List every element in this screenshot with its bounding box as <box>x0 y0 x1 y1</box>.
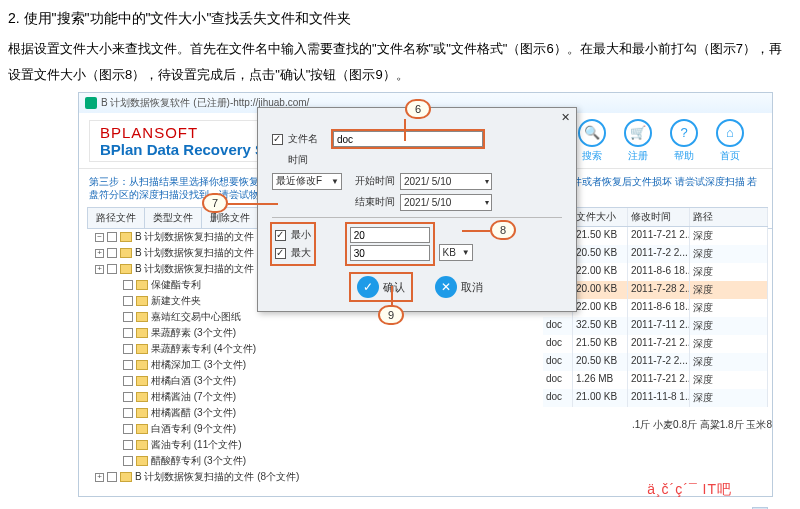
max-label: 最大 <box>291 246 311 260</box>
filename-checkbox[interactable] <box>272 134 283 145</box>
tree-checkbox[interactable] <box>123 456 133 466</box>
table-row[interactable]: doc20.50 KB2011-7-2 2...深度 <box>543 353 768 371</box>
tree-checkbox[interactable] <box>123 440 133 450</box>
chevron-down-icon: ▾ <box>485 198 489 207</box>
end-time-input[interactable]: 2021/ 5/10▾ <box>400 194 492 211</box>
tree-item[interactable]: 柑橘酱油 (7个文件) <box>87 389 337 405</box>
tree-checkbox[interactable] <box>123 296 133 306</box>
callout-8-line <box>462 230 490 232</box>
col-mtime[interactable]: 修改时间 <box>628 208 690 226</box>
register-button[interactable]: 🛒注册 <box>624 119 652 163</box>
tree-label: B 计划数据恢复扫描的文件 <box>135 246 254 260</box>
callout-7-line <box>228 203 278 205</box>
tree-label: 果蔬醇素 (3个文件) <box>151 326 236 340</box>
tree-label: 柑橘酱醋 (3个文件) <box>151 406 236 420</box>
help-button[interactable]: ?帮助 <box>670 119 698 163</box>
expand-icon[interactable]: − <box>95 233 104 242</box>
folder-icon <box>136 296 148 306</box>
min-label: 最小 <box>291 228 311 242</box>
tree-checkbox[interactable] <box>123 344 133 354</box>
table-row[interactable]: doc21.00 KB2011-11-8 1...深度 <box>543 389 768 407</box>
tree-item[interactable]: +B 计划数据恢复扫描的文件 (8个文件) <box>87 469 337 485</box>
tree-label: B 计划数据恢复扫描的文件 (8个文件) <box>135 470 299 484</box>
home-button[interactable]: ⌂首页 <box>716 119 744 163</box>
tree-checkbox[interactable] <box>107 232 117 242</box>
tree-item[interactable]: 柑橘白酒 (3个文件) <box>87 373 337 389</box>
doc-heading: 2. 使用"搜索"功能中的"文件大小"查找丢失文件和文件夹 <box>0 0 800 36</box>
table-row[interactable]: doc21.50 KB2011-7-21 2...深度 <box>543 335 768 353</box>
tree-label: 嘉靖红交易中心图纸 <box>151 310 241 324</box>
chevron-down-icon: ▼ <box>462 248 470 257</box>
callout-6-line <box>404 119 406 141</box>
tab-path[interactable]: 路径文件 <box>87 207 145 228</box>
modify-select[interactable]: 最近修改F▼ <box>272 173 342 190</box>
tree-label: 酱油专利 (11个文件) <box>151 438 242 452</box>
col-size[interactable]: 文件大小 <box>573 208 628 226</box>
min-input[interactable] <box>350 227 430 243</box>
folder-icon <box>136 360 148 370</box>
folder-icon <box>136 280 148 290</box>
table-row[interactable]: doc1.26 MB2011-7-21 2...深度 <box>543 371 768 389</box>
tab-type[interactable]: 类型文件 <box>144 207 202 228</box>
tree-checkbox[interactable] <box>123 312 133 322</box>
tree-label: B 计划数据恢复扫描的文件 <box>135 262 254 276</box>
tree-label: 新建文件夹 <box>151 294 201 308</box>
tree-label: 柑橘深加工 (3个文件) <box>151 358 246 372</box>
tree-checkbox[interactable] <box>123 408 133 418</box>
folder-icon <box>120 472 132 482</box>
header-icons: 🔍搜索 🛒注册 ?帮助 ⌂首页 <box>578 119 744 163</box>
home-icon: ⌂ <box>716 119 744 147</box>
callout-9: 9 <box>378 305 404 325</box>
tree-checkbox[interactable] <box>123 376 133 386</box>
start-time-input[interactable]: 2021/ 5/10▾ <box>400 173 492 190</box>
tree-checkbox[interactable] <box>123 360 133 370</box>
max-checkbox[interactable] <box>275 248 286 259</box>
table-row[interactable]: doc32.50 KB2011-7-11 2...深度 <box>543 317 768 335</box>
tree-checkbox[interactable] <box>123 328 133 338</box>
app-icon <box>85 97 97 109</box>
expand-icon[interactable]: + <box>95 265 104 274</box>
tree-item[interactable]: 柑橘酱醋 (3个文件) <box>87 405 337 421</box>
callout-8: 8 <box>490 220 516 240</box>
search-button[interactable]: 🔍搜索 <box>578 119 606 163</box>
tree-label: B 计划数据恢复扫描的文件 <box>135 230 254 244</box>
tree-checkbox[interactable] <box>123 392 133 402</box>
filename-input[interactable] <box>333 131 483 147</box>
search-dialog: ✕ 文件名 时间 最近修改F▼ 开始时间 2021/ 5/10▾ 结束时间 20… <box>257 107 577 312</box>
tree-item[interactable]: 白酒专利 (9个文件) <box>87 421 337 437</box>
expand-icon[interactable]: + <box>95 249 104 258</box>
start-time-label: 开始时间 <box>347 174 395 188</box>
tree-checkbox[interactable] <box>107 472 117 482</box>
unit-select[interactable]: KB▼ <box>439 244 473 261</box>
folder-icon <box>136 344 148 354</box>
tree-item[interactable]: 果蔬醇素 (3个文件) <box>87 325 337 341</box>
help-icon: ? <box>670 119 698 147</box>
folder-icon <box>136 376 148 386</box>
tree-checkbox[interactable] <box>123 280 133 290</box>
folder-icon <box>136 424 148 434</box>
tree-checkbox[interactable] <box>107 248 117 258</box>
doc-paragraph: 根据设置文件大小来查找文件。首先在文件名中输入需要查找的"文件名称"或"文件格式… <box>0 36 800 98</box>
footer-watermark: ä¸č´ç´¯ IT吧 <box>647 481 732 499</box>
col-path[interactable]: 路径 <box>690 208 768 226</box>
tree-checkbox[interactable] <box>107 264 117 274</box>
close-icon[interactable]: ✕ <box>561 111 570 124</box>
min-checkbox[interactable] <box>275 230 286 241</box>
tree-item[interactable]: 酱油专利 (11个文件) <box>87 437 337 453</box>
tree-label: 醋酸醇专利 (3个文件) <box>151 454 246 468</box>
expand-icon[interactable]: + <box>95 473 104 482</box>
chevron-down-icon: ▼ <box>331 177 339 186</box>
tree-item[interactable]: 果蔬醇素专利 (4个文件) <box>87 341 337 357</box>
tree-item[interactable]: 醋酸醇专利 (3个文件) <box>87 453 337 469</box>
folder-icon <box>136 408 148 418</box>
tree-label: 柑橘白酒 (3个文件) <box>151 374 236 388</box>
folder-icon <box>136 312 148 322</box>
folder-icon <box>136 392 148 402</box>
cancel-button[interactable]: ✕取消 <box>435 274 483 300</box>
tree-label: 果蔬醇素专利 (4个文件) <box>151 342 256 356</box>
tree-checkbox[interactable] <box>123 424 133 434</box>
ok-button[interactable]: ✓确认 <box>351 274 411 300</box>
folder-icon <box>136 440 148 450</box>
max-input[interactable] <box>350 245 430 261</box>
tree-item[interactable]: 柑橘深加工 (3个文件) <box>87 357 337 373</box>
